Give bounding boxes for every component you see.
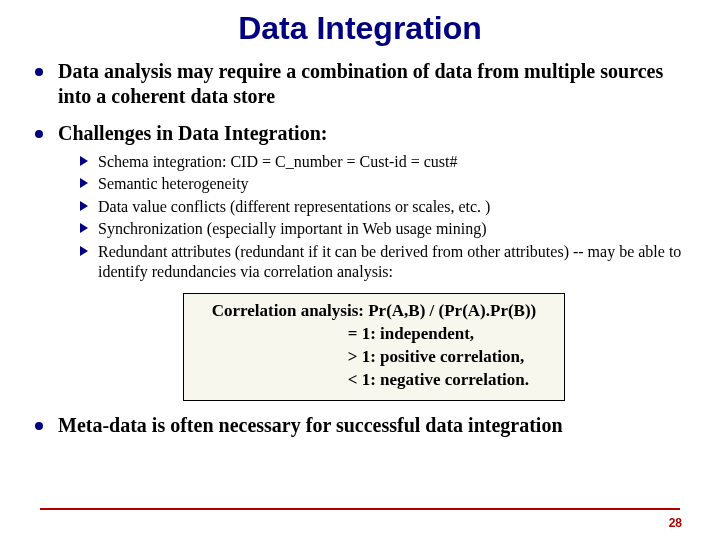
sub-item: Synchronization (especially important in…	[80, 219, 690, 239]
sub-text: Schema integration: CID = C_number = Cus…	[98, 153, 457, 170]
callout-row: Correlation analysis: Pr(A,B) / (Pr(A).P…	[58, 293, 690, 401]
sub-item: Schema integration: CID = C_number = Cus…	[80, 152, 690, 172]
bullet-item: Challenges in Data Integration: Schema i…	[30, 121, 690, 401]
callout-line: < 1: negative correlation.	[212, 369, 537, 392]
bullet-text: Meta-data is often necessary for success…	[58, 414, 563, 436]
sub-text: Data value conflicts (different represen…	[98, 198, 490, 215]
bullet-list: Data analysis may require a combination …	[30, 59, 690, 438]
sub-item: Redundant attributes (redundant if it ca…	[80, 242, 690, 283]
page-number: 28	[669, 516, 682, 530]
callout-line: = 1: independent,	[212, 323, 537, 346]
bullet-item: Data analysis may require a combination …	[30, 59, 690, 109]
bullet-text: Data analysis may require a combination …	[58, 60, 663, 107]
bullet-item: Meta-data is often necessary for success…	[30, 413, 690, 438]
bullet-text: Challenges in Data Integration:	[58, 122, 327, 144]
sub-text: Redundant attributes (redundant if it ca…	[98, 243, 681, 280]
sub-item: Data value conflicts (different represen…	[80, 197, 690, 217]
callout-line: > 1: positive correlation,	[212, 346, 537, 369]
footer-rule	[40, 508, 680, 510]
slide-title: Data Integration	[30, 10, 690, 47]
correlation-callout: Correlation analysis: Pr(A,B) / (Pr(A).P…	[183, 293, 566, 401]
callout-line: Correlation analysis: Pr(A,B) / (Pr(A).P…	[212, 300, 537, 323]
sub-list: Schema integration: CID = C_number = Cus…	[58, 152, 690, 283]
slide: Data Integration Data analysis may requi…	[0, 0, 720, 540]
sub-text: Synchronization (especially important in…	[98, 220, 487, 237]
sub-item: Semantic heterogeneity	[80, 174, 690, 194]
sub-text: Semantic heterogeneity	[98, 175, 249, 192]
